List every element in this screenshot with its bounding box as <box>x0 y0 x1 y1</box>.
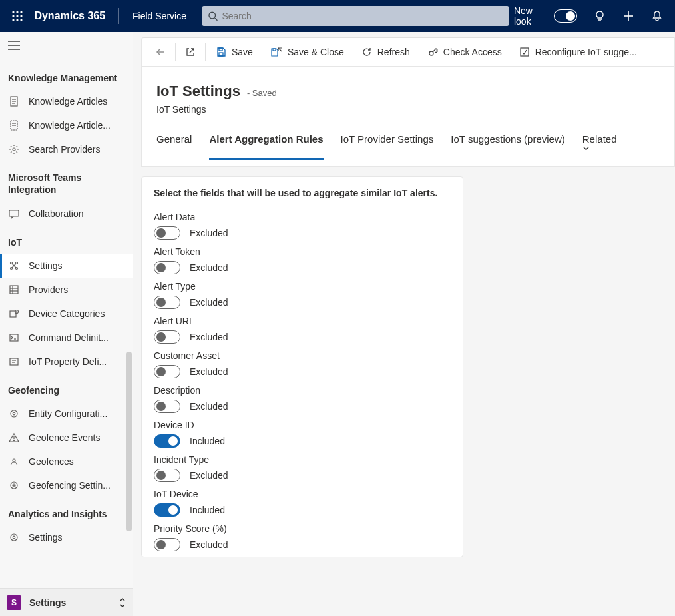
sidebar-item-ai-settings[interactable]: Settings <box>0 525 133 549</box>
toggle-state-text: Excluded <box>190 470 228 481</box>
tab-provider[interactable]: IoT Provider Settings <box>341 129 434 160</box>
field-alert-type: Alert TypeExcluded <box>147 274 457 309</box>
device-icon <box>8 308 20 320</box>
field-label: Alert Data <box>154 212 451 222</box>
page-header: IoT Settings - Saved IoT Settings Genera… <box>141 67 675 167</box>
gear-icon <box>8 143 20 155</box>
new-look-toggle[interactable] <box>554 9 577 23</box>
global-search[interactable] <box>202 6 509 26</box>
sidebar-item-iot-settings[interactable]: Settings <box>0 254 133 278</box>
field-label: Device ID <box>154 420 451 430</box>
sidebar-item-label: Geofence Events <box>29 432 100 443</box>
svg-point-45 <box>13 440 14 440</box>
toggle-alert-data[interactable] <box>154 226 180 240</box>
iot-icon <box>8 260 20 272</box>
new-look-label: New look <box>514 5 547 27</box>
check-access-button[interactable]: Check Access <box>419 37 511 67</box>
field-incident-type: Incident TypeExcluded <box>147 448 457 482</box>
toggle-state-text: Excluded <box>190 366 228 377</box>
toggle-state-text: Excluded <box>190 401 228 412</box>
toggle-incident-type[interactable] <box>154 469 180 482</box>
save-close-icon <box>270 47 282 57</box>
sidebar-item-geofence-events[interactable]: Geofence Events <box>0 426 133 450</box>
toggle-state-text: Excluded <box>190 262 228 273</box>
app-launcher-button[interactable] <box>5 0 29 32</box>
sidebar-item-providers[interactable]: Providers <box>0 278 133 302</box>
sidebar-item-label: Command Definit... <box>29 332 109 343</box>
sidebar-item-entity-config[interactable]: Entity Configurati... <box>0 402 133 426</box>
toggle-state-text: Excluded <box>190 228 228 238</box>
open-in-new-button[interactable] <box>177 37 204 67</box>
sidebar-item-command-definitions[interactable]: Command Definit... <box>0 326 133 350</box>
sidebar-item-knowledge-articles[interactable]: Knowledge Articles <box>0 89 133 113</box>
svg-rect-54 <box>219 53 223 56</box>
toggle-device-id[interactable] <box>154 434 180 448</box>
toggle-alert-token[interactable] <box>154 261 180 274</box>
plus-icon <box>622 10 634 22</box>
page-title: IoT Settings <box>156 83 240 100</box>
field-label: Alert Token <box>154 246 451 257</box>
notifications-button[interactable] <box>644 0 670 32</box>
save-close-button[interactable]: Save & Close <box>262 37 353 67</box>
sidebar-scrollbar[interactable] <box>126 352 132 531</box>
search-icon <box>208 11 218 21</box>
tab-suggestions[interactable]: IoT suggestions (preview) <box>451 129 564 160</box>
sidebar-item-geofencing-settings[interactable]: Geofencing Settin... <box>0 473 133 497</box>
svg-rect-39 <box>10 358 18 365</box>
svg-point-4 <box>16 15 18 17</box>
page-subtitle: IoT Settings <box>156 104 660 115</box>
field-label: Alert URL <box>154 316 451 326</box>
tab-general[interactable]: General <box>156 129 192 160</box>
field-alert-data: Alert DataExcluded <box>147 205 457 240</box>
gear-eye-icon <box>8 479 20 491</box>
sidebar-item-collaboration[interactable]: Collaboration <box>0 202 133 226</box>
reconfigure-icon <box>519 47 530 57</box>
help-button[interactable] <box>586 0 612 32</box>
toggle-alert-url[interactable] <box>154 330 180 344</box>
sidebar-item-label: IoT Property Defi... <box>29 356 107 367</box>
sidebar-collapse-button[interactable] <box>7 39 21 52</box>
svg-point-42 <box>11 410 17 417</box>
sidebar-item-device-categories[interactable]: Device Categories <box>0 302 133 326</box>
area-name: Settings <box>29 597 111 608</box>
app-name[interactable]: Field Service <box>124 11 197 21</box>
toggle-state-text: Included <box>190 505 225 515</box>
cmd-icon <box>8 332 20 344</box>
save-icon <box>216 47 226 57</box>
svg-rect-55 <box>273 49 276 51</box>
svg-point-46 <box>13 459 15 462</box>
toggle-customer-asset[interactable] <box>154 365 180 378</box>
open-external-icon <box>185 47 196 57</box>
toggle-priority-score[interactable] <box>154 538 180 551</box>
toggle-description[interactable] <box>154 400 180 413</box>
svg-rect-24 <box>9 210 19 216</box>
area-switcher[interactable]: S Settings <box>0 588 133 616</box>
gear2-icon <box>8 531 20 543</box>
nav-group-title: IoT <box>0 226 133 254</box>
refresh-button[interactable]: Refresh <box>353 37 419 67</box>
tab-related[interactable]: Related <box>582 129 621 160</box>
field-label: Customer Asset <box>154 350 451 361</box>
add-button[interactable] <box>615 0 641 32</box>
save-label: Save <box>232 47 253 57</box>
reconfigure-iot-button[interactable]: Reconfigure IoT sugge... <box>511 37 646 67</box>
tab-agg-rules[interactable]: Alert Aggregation Rules <box>209 129 323 160</box>
toggle-iot-device[interactable] <box>154 503 180 517</box>
toggle-alert-type[interactable] <box>154 296 180 309</box>
sidebar-item-label: Device Categories <box>29 308 105 319</box>
svg-point-6 <box>12 19 14 21</box>
sidebar-item-knowledge-article-templates[interactable]: Knowledge Article... <box>0 113 133 137</box>
sidebar-item-iot-property-definitions[interactable]: IoT Property Defi... <box>0 350 133 374</box>
area-tile: S <box>7 595 21 610</box>
brand-name[interactable]: Dynamics 365 <box>31 10 113 22</box>
sidebar-item-geofences[interactable]: Geofences <box>0 450 133 473</box>
sidebar-item-search-providers[interactable]: Search Providers <box>0 137 133 161</box>
global-search-input[interactable] <box>218 10 503 22</box>
save-button[interactable]: Save <box>207 37 262 67</box>
field-iot-device: IoT DeviceIncluded <box>147 482 457 517</box>
back-button[interactable] <box>147 37 174 67</box>
field-label: Incident Type <box>154 454 451 465</box>
hamburger-icon <box>8 41 20 50</box>
sidebar: Knowledge ManagementKnowledge ArticlesKn… <box>0 32 133 616</box>
cmd-divider <box>205 43 206 61</box>
